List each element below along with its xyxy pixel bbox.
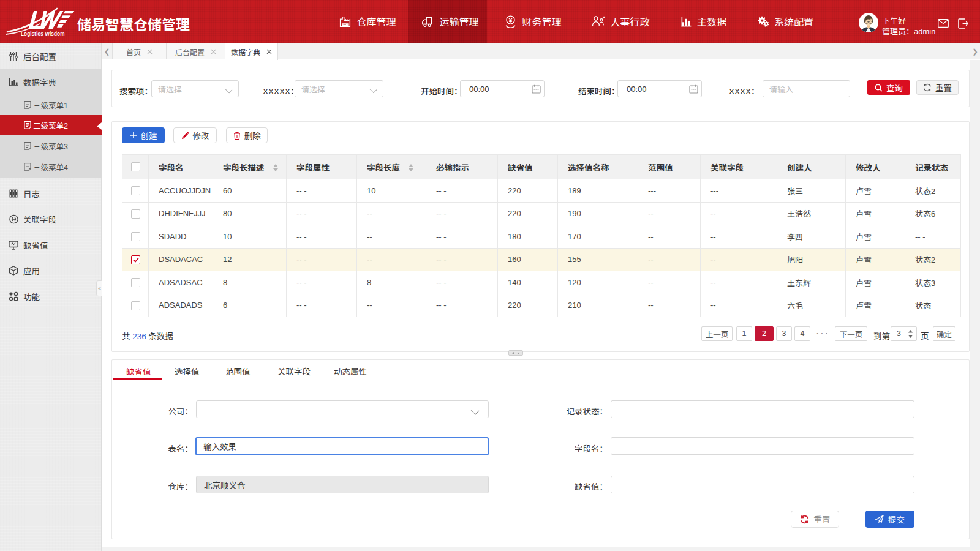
svg-text:Logistics Wisdom: Logistics Wisdom [21, 31, 65, 37]
